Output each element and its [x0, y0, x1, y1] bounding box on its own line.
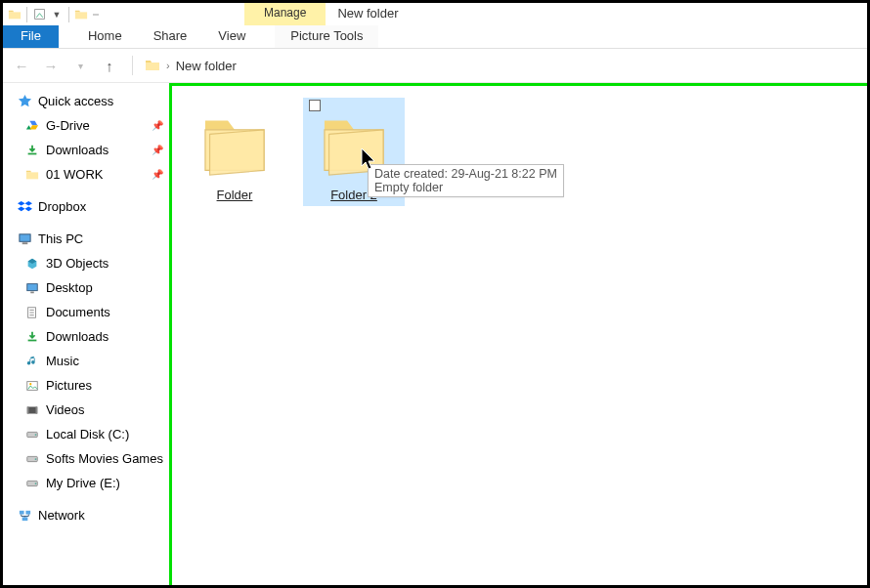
sidebar-item-downloads[interactable]: Downloads — [3, 324, 169, 349]
tab-share[interactable]: Share — [138, 25, 203, 48]
dropbox-icon — [17, 199, 32, 215]
svg-point-14 — [35, 434, 37, 436]
network-icon — [17, 508, 32, 524]
breadcrumb-current[interactable]: New folder — [176, 59, 237, 73]
title-bar: ▼ Manage New folder — [3, 3, 867, 25]
documents-icon — [24, 305, 40, 320]
tooltip: Date created: 29-Aug-21 8:22 PM Empty fo… — [368, 164, 564, 197]
nav-up-button[interactable]: ↑ — [99, 55, 120, 76]
svg-rect-0 — [34, 10, 44, 20]
tab-file[interactable]: File — [3, 25, 59, 48]
tooltip-line: Date created: 29-Aug-21 8:22 PM — [374, 167, 557, 181]
svg-rect-19 — [19, 511, 23, 515]
sidebar-item-3d-objects[interactable]: 3D Objects — [3, 251, 169, 275]
qat-separator — [68, 7, 69, 22]
sidebar-this-pc[interactable]: This PC — [3, 227, 169, 251]
sidebar-item-my-drive-e[interactable]: My Drive (E:) — [3, 471, 169, 495]
sidebar-network[interactable]: Network — [3, 503, 169, 527]
sidebar-item-videos[interactable]: Videos — [3, 398, 169, 422]
mouse-cursor-icon — [360, 147, 379, 172]
folder-small-icon — [7, 7, 22, 22]
desktop-icon — [24, 280, 40, 296]
selection-checkbox[interactable] — [309, 100, 321, 111]
svg-rect-4 — [27, 283, 38, 290]
navigation-pane: Quick access G-Drive 📌 Downloads 📌 01 WO… — [3, 83, 169, 585]
properties-icon[interactable] — [31, 7, 47, 22]
nav-back-button[interactable]: ← — [11, 55, 32, 76]
sidebar-item-01work[interactable]: 01 WORK 📌 — [3, 162, 169, 187]
sidebar-item-pictures[interactable]: Pictures — [3, 373, 169, 398]
sidebar-quick-access[interactable]: Quick access — [3, 89, 169, 113]
tab-view[interactable]: View — [202, 25, 261, 48]
music-icon — [24, 354, 40, 369]
downloads-icon — [24, 143, 40, 158]
svg-rect-20 — [25, 511, 30, 515]
pictures-icon — [24, 378, 40, 394]
items-view: Folder Folder 2 — [172, 86, 867, 218]
sidebar-dropbox[interactable]: Dropbox — [3, 194, 169, 219]
svg-rect-12 — [36, 406, 38, 413]
3d-objects-icon — [24, 256, 40, 272]
downloads-icon — [24, 329, 40, 345]
breadcrumb[interactable]: › New folder — [145, 58, 237, 73]
qat-separator — [26, 7, 27, 22]
svg-point-9 — [29, 383, 31, 385]
svg-rect-1 — [28, 152, 37, 154]
sidebar-item-downloads[interactable]: Downloads 📌 — [3, 138, 169, 162]
folder-small-icon — [73, 7, 89, 22]
separator — [132, 56, 133, 75]
tab-home[interactable]: Home — [72, 25, 138, 48]
sidebar-item-documents[interactable]: Documents — [3, 300, 169, 324]
main-area: Quick access G-Drive 📌 Downloads 📌 01 WO… — [3, 83, 867, 585]
svg-point-18 — [35, 483, 37, 484]
contextual-tab-group: Manage — [244, 3, 326, 25]
quick-access-toolbar: ▼ — [3, 3, 103, 25]
disk-icon — [24, 427, 40, 442]
sidebar-item-gdrive[interactable]: G-Drive 📌 — [3, 113, 169, 138]
tooltip-line: Empty folder — [374, 181, 557, 194]
sidebar-item-local-disk-c[interactable]: Local Disk (C:) — [3, 422, 169, 446]
pin-icon: 📌 — [152, 120, 163, 131]
nav-forward-button[interactable]: → — [40, 55, 62, 76]
folder-icon — [145, 58, 160, 73]
nav-recent-chevron-down-icon[interactable]: ▾ — [69, 55, 91, 76]
content-pane[interactable]: Folder Folder 2 Date created: 29-Aug-21 … — [169, 83, 867, 585]
qat-chevron-down-icon[interactable]: ▼ — [49, 7, 65, 22]
address-bar: ← → ▾ ↑ › New folder — [3, 49, 867, 83]
svg-point-16 — [35, 458, 37, 460]
qat-overflow-icon[interactable] — [93, 14, 99, 16]
file-name: Folder — [188, 188, 282, 202]
svg-rect-21 — [22, 517, 27, 521]
svg-rect-11 — [27, 406, 29, 413]
sidebar-item-music[interactable]: Music — [3, 349, 169, 373]
disk-icon — [24, 476, 40, 491]
videos-icon — [24, 402, 40, 418]
svg-rect-7 — [28, 339, 37, 341]
star-icon — [17, 94, 32, 109]
folder-icon — [24, 167, 40, 183]
sidebar-item-desktop[interactable]: Desktop — [3, 275, 169, 300]
svg-rect-5 — [30, 291, 34, 293]
sidebar-item-softs-movies[interactable]: Softs Movies Games — [3, 446, 169, 471]
this-pc-icon — [17, 231, 32, 247]
pin-icon: 📌 — [152, 169, 163, 180]
ribbon-tabs: File Home Share View Picture Tools — [3, 25, 867, 49]
disk-icon — [24, 451, 40, 467]
window-title: New folder — [326, 3, 410, 25]
chevron-right-icon: › — [166, 60, 170, 71]
pin-icon: 📌 — [152, 145, 163, 155]
svg-rect-3 — [22, 242, 27, 244]
folder-icon — [198, 107, 271, 184]
gdrive-icon — [24, 118, 40, 134]
folder-item[interactable]: Folder — [184, 98, 285, 206]
svg-rect-2 — [19, 234, 29, 242]
tab-picture-tools[interactable]: Picture Tools — [275, 25, 378, 48]
